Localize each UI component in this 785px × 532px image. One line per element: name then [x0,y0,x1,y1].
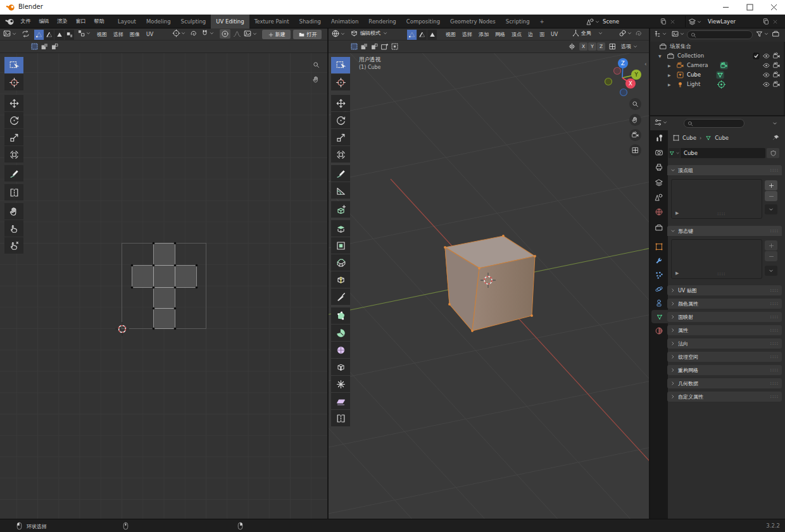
pan-gizmo[interactable] [629,114,641,126]
transform-tool[interactable] [331,146,350,163]
menu-3[interactable]: 窗口 [72,15,90,28]
data_mesh-icon[interactable] [715,70,725,80]
rip-region-tool[interactable] [331,410,350,426]
properties-tab-output[interactable] [650,160,668,173]
perspective-toggle-gizmo[interactable] [629,144,641,156]
outliner-row-camera[interactable]: ▶Camera [650,61,785,70]
section-几何数据[interactable]: 几何数据:::: [667,378,782,388]
shape-keys-list[interactable]: ▶ :::: [671,239,762,279]
disclosure-triangle[interactable]: ▶ [668,82,671,87]
pinch-tool[interactable] [4,237,23,254]
section-颜色属性[interactable]: 颜色属性:::: [667,299,782,309]
section-vertex-groups[interactable]: 顶点组:::: [667,165,782,175]
relax-tool[interactable] [4,220,23,237]
menu-4[interactable]: 帮助 [90,15,108,28]
viewport-canvas[interactable]: 用户透视 (1) Cube ZYX ‹ [329,53,650,519]
vertex-groups-list[interactable]: ▶ :::: [671,179,762,219]
annotate-tool[interactable] [4,165,23,182]
section-shape-keys[interactable]: 形态键:::: [667,226,782,236]
proportional-edit-icon[interactable] [220,29,230,39]
uv-select-mode-face[interactable] [54,30,64,40]
disclosure-triangle[interactable]: ▼ [658,54,662,58]
workspace-tab-modeling[interactable]: Modeling [141,15,176,28]
hide-eye-icon[interactable] [762,52,770,60]
properties-tab-material[interactable] [650,324,668,337]
viewport-menu-0[interactable]: 视图 [443,28,459,40]
disclosure-triangle[interactable]: ▶ [668,63,671,68]
poly-build-tool[interactable] [331,307,350,324]
workspace-tab-rendering[interactable]: Rendering [363,15,401,28]
disable-render-icon[interactable] [772,61,781,70]
remove-viewlayer-icon[interactable] [772,18,779,25]
resize-grip[interactable]: :::: [717,271,725,276]
properties-tab-constraints[interactable] [650,296,668,309]
section-UV贴图[interactable]: UV 贴图:::: [667,285,782,295]
select-expand-icon-3[interactable] [380,42,389,51]
disable-render-icon[interactable] [772,52,781,60]
data_cam-icon[interactable] [719,61,729,70]
collapse-arrow-icon[interactable]: ‹ [644,61,647,67]
select-expand-icon-2[interactable] [370,42,379,51]
properties-search-input[interactable] [684,119,744,128]
smooth-tool[interactable] [331,342,350,358]
pan-gizmo[interactable] [310,73,322,85]
remove-shape-key-button[interactable] [765,251,777,261]
outliner-search-input[interactable] [687,30,753,39]
viewport-menu-2[interactable]: 添加 [475,28,492,40]
uv-menu-3[interactable]: UV [143,28,156,40]
vertex-group-specials-button[interactable] [765,204,777,214]
select-expand-icon-4[interactable] [391,42,399,51]
scale-tool[interactable] [4,129,23,145]
workspace-tab-sculpting[interactable]: Sculpting [176,15,211,28]
mesh-select-mode-vertex[interactable] [407,30,417,40]
section-自定义属性[interactable]: 自定义属性:::: [667,392,782,402]
display-mode-button[interactable] [671,30,685,38]
mesh-select-mode-face[interactable] [427,30,437,40]
move-tool[interactable] [4,95,23,111]
viewport-menu-1[interactable]: 选择 [459,28,475,40]
grab-tool[interactable] [4,203,23,220]
maximize-button[interactable] [738,0,761,15]
measure-tool[interactable] [331,182,350,199]
section-纹理空间[interactable]: 纹理空间:::: [667,352,782,362]
breadcrumb-data[interactable]: Cube [715,135,729,141]
properties-tab-particles[interactable] [650,268,668,281]
workspace-tab-compositing[interactable]: Compositing [401,15,445,28]
pivot-point-button[interactable] [172,29,186,37]
data_light-icon[interactable] [717,80,726,89]
viewport-menu-4[interactable]: 顶点 [508,28,525,40]
rotate-tool[interactable] [331,112,350,128]
viewport-menu-7[interactable]: UV [548,28,561,40]
add-vertex-group-button[interactable] [765,180,777,190]
outliner-row-scene-collection[interactable]: 场景集合 [650,42,785,51]
mirror-y-button[interactable]: Y [588,42,596,51]
close-button[interactable] [762,0,785,15]
fake-user-shield-button[interactable] [767,148,779,158]
new-image-button[interactable]: 新建 [262,30,291,39]
add-workspace-button[interactable]: + [535,15,550,28]
hide-eye-icon[interactable] [762,80,770,89]
sticky-mode-button[interactable] [77,29,91,37]
editor-type-button[interactable] [3,29,17,38]
shape-key-specials-button[interactable] [765,266,777,276]
uv-menu-2[interactable]: 图像 [127,28,143,40]
uv-select-mode-edge[interactable] [44,30,54,40]
properties-tab-world[interactable] [650,205,668,218]
section-面映射[interactable]: 面映射:::: [667,312,782,322]
disclosure-triangle[interactable]: ▶ [668,73,671,77]
scene-selector[interactable]: Scene [586,15,676,28]
viewport-menu-5[interactable]: 边 [525,28,536,40]
falloff-curve-icon[interactable] [233,30,241,38]
properties-tab-render[interactable] [650,145,668,159]
outliner-row-light[interactable]: ▶Light [650,80,785,89]
mode-selector[interactable]: 编辑模式 [350,29,388,37]
hide-eye-icon[interactable] [762,61,770,70]
viewport-menu-6[interactable]: 面 [536,28,548,40]
uv-expand-icon-2[interactable] [51,42,59,51]
mesh-select-mode-edge[interactable] [417,30,427,40]
tweak-select-tool[interactable] [331,57,350,73]
navigation-gizmo[interactable]: ZYX [603,56,648,100]
properties-tab-modifiers[interactable] [650,254,668,268]
zoom-gizmo[interactable] [310,59,322,71]
editor-type-button[interactable] [653,30,667,38]
